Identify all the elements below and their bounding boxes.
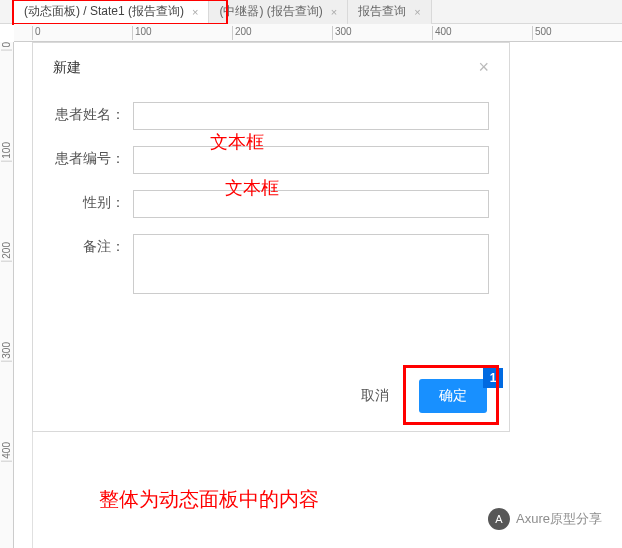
close-icon[interactable]: × [331, 6, 337, 18]
ruler-tick: 100 [132, 26, 152, 40]
ruler-tick: 300 [1, 342, 12, 362]
ruler-tick: 500 [532, 26, 552, 40]
ruler-tick: 0 [32, 26, 41, 40]
remark-textarea[interactable] [133, 234, 489, 294]
dialog-form: 患者姓名： 患者编号： 性别： 备注： [33, 92, 509, 294]
field-row-gender: 性别： [43, 190, 489, 218]
close-icon[interactable]: × [192, 6, 198, 18]
tab-dynamic-panel[interactable]: (动态面板) / State1 (报告查询) × [14, 0, 209, 24]
gender-input[interactable] [133, 190, 489, 218]
label-gender: 性别： [43, 190, 133, 212]
ruler-vertical: 0 100 200 300 400 [0, 42, 14, 548]
tab-label: (动态面板) / State1 (报告查询) [24, 3, 184, 20]
confirm-button-label: 确定 [439, 387, 467, 405]
patient-id-input[interactable] [133, 146, 489, 174]
tab-label: (中继器) (报告查询) [219, 3, 322, 20]
annotation-text-bottom: 整体为动态面板中的内容 [99, 486, 319, 513]
watermark-logo: A [488, 508, 510, 530]
dialog-buttons: 取消 确定 1 [341, 379, 487, 413]
tab-repeater[interactable]: (中继器) (报告查询) × [209, 0, 348, 24]
interaction-badge: 1 [483, 368, 503, 388]
dialog-header: 新建 × [33, 43, 509, 92]
patient-name-input[interactable] [133, 102, 489, 130]
watermark: A Axure原型分享 [488, 508, 602, 530]
tab-report-query[interactable]: 报告查询 × [348, 0, 431, 24]
close-icon[interactable]: × [414, 6, 420, 18]
design-canvas[interactable]: 新建 × 患者姓名： 患者编号： 性别： 备注： 取消 [14, 42, 622, 548]
field-row-remark: 备注： [43, 234, 489, 294]
tab-bar: (动态面板) / State1 (报告查询) × (中继器) (报告查询) × … [0, 0, 622, 24]
label-patient-id: 患者编号： [43, 146, 133, 168]
ruler-tick: 400 [432, 26, 452, 40]
ruler-tick: 300 [332, 26, 352, 40]
cancel-button[interactable]: 取消 [341, 379, 409, 413]
tab-label: 报告查询 [358, 3, 406, 20]
ruler-tick: 400 [1, 442, 12, 462]
label-patient-name: 患者姓名： [43, 102, 133, 124]
dialog-new: 新建 × 患者姓名： 患者编号： 性别： 备注： 取消 [32, 42, 510, 432]
ruler-tick: 100 [1, 142, 12, 162]
ruler-tick: 200 [1, 242, 12, 262]
watermark-text: Axure原型分享 [516, 510, 602, 528]
label-remark: 备注： [43, 234, 133, 256]
field-row-id: 患者编号： [43, 146, 489, 174]
ruler-tick: 200 [232, 26, 252, 40]
ruler-tick: 0 [1, 42, 12, 51]
confirm-button[interactable]: 确定 1 [419, 379, 487, 413]
field-row-name: 患者姓名： [43, 102, 489, 130]
dialog-title: 新建 [53, 59, 81, 77]
close-icon[interactable]: × [478, 57, 489, 78]
ruler-horizontal: 0 100 200 300 400 500 [14, 24, 622, 42]
